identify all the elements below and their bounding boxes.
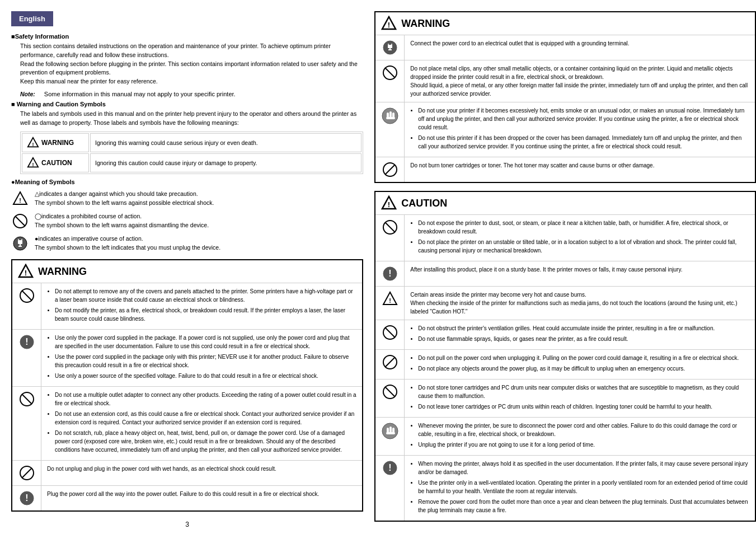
table-row: ! WARNING Ignoring this warning could ca…: [22, 133, 361, 152]
wc-title: ■ Warning and Caution Symbols: [11, 101, 363, 107]
list-item: Use the printer only in a well-ventilate…: [418, 479, 749, 495]
meaning-row-triangle: ! △indicates a danger against which you …: [11, 190, 363, 208]
warning-symbol-cell: ! WARNING: [22, 133, 89, 152]
svg-line-52: [385, 327, 395, 338]
left-warning-title: WARNING: [38, 266, 87, 278]
meaning-title: ●Meaning of Symbols: [11, 179, 363, 185]
rc-icon-4: [375, 320, 405, 349]
plug-icon: [382, 40, 398, 55]
rc-text-5: Do not pull on the power cord when unplu…: [405, 350, 755, 379]
right-warning-header: ! WARNING: [375, 12, 755, 35]
list-item: Do not use a multiple outlet adapter to …: [55, 391, 356, 407]
warning-desc: Ignoring this warning could cause seriou…: [90, 133, 361, 152]
right-caution-box: ! CAUTION Do not expose the printer to d…: [374, 191, 756, 522]
rc-icon-1: [375, 215, 405, 261]
rc-exclaim-icon: !: [382, 266, 398, 282]
meaning-circle-slash-text: ◯indicates a prohibited course of action…: [35, 212, 209, 230]
warning-row-3: Do not use a multiple outlet adapter to …: [12, 387, 362, 461]
list-item: Do not scratch, rub, place a heavy objec…: [55, 429, 356, 454]
right-warning-box: ! WARNING Connect the pow: [374, 11, 756, 183]
exclaim-filled-icon-2: !: [19, 490, 35, 506]
symbols-table: ! WARNING Ignoring this warning could ca…: [20, 132, 363, 174]
rc-row-8: ! When moving the printer, always hold i…: [375, 456, 755, 521]
svg-text:!: !: [388, 269, 391, 278]
language-header: English: [11, 11, 53, 26]
svg-text:!: !: [388, 200, 390, 209]
svg-text:!: !: [389, 297, 391, 304]
circle-slash-svg: [12, 213, 28, 229]
rw-icon-3: [375, 102, 405, 157]
rw-icon-1: [375, 35, 405, 60]
list-item: Unplug the printer if you are not going …: [418, 441, 749, 449]
circle-slash-icon: [19, 288, 35, 303]
rw-text-2: Do not place metal clips, any other smal…: [405, 60, 755, 102]
meaning-circle-line1: ◯indicates a prohibited course of action…: [35, 212, 209, 221]
list-item: Do not leave toner cartridges or PC drum…: [418, 402, 749, 411]
svg-line-7: [15, 216, 25, 226]
warning-text-3: Do not use a multiple outlet adapter to …: [41, 387, 362, 460]
left-warning-header: ! WARNING: [12, 260, 362, 283]
safety-title: ■Safety Information: [11, 33, 363, 40]
rc-row-6: Do not store toner cartridges and PC dru…: [375, 380, 755, 418]
rw-row-4: Do not burn toner cartridges or toner. T…: [375, 157, 755, 182]
right-warning-triangle-icon: !: [381, 16, 397, 31]
rc-text-7: Whenever moving the printer, be sure to …: [405, 418, 755, 455]
rc-triangle-icon: !: [382, 291, 398, 307]
rc-row-5: Do not pull on the power cord when unplu…: [375, 350, 755, 380]
warning-text-4: Do not unplug and plug in the power cord…: [41, 461, 362, 485]
rw-row-1: Connect the power cord to an electrical …: [375, 35, 755, 60]
note-text: Some information in this manual may not …: [44, 91, 236, 97]
left-warning-box: ! WARNING Do not attempt to remove any o…: [11, 259, 363, 512]
warning-text-1: Do not attempt to remove any of the cove…: [41, 283, 362, 329]
list-item: Do not place any objects around the powe…: [418, 364, 749, 373]
rc-exclaim-icon-2: !: [382, 460, 398, 476]
rc-icon-8: !: [375, 456, 405, 521]
table-row: ! CAUTION Ignoring this caution could ca…: [22, 153, 361, 172]
safety-paragraphs: This section contains detailed instructi…: [11, 42, 363, 86]
caution-triangle-icon: !: [27, 157, 39, 169]
language-label: English: [19, 15, 45, 23]
svg-line-42: [386, 165, 395, 174]
svg-text:!: !: [388, 21, 390, 29]
svg-line-46: [385, 222, 395, 232]
rc-row-7: Whenever moving the printer, be sure to …: [375, 418, 755, 456]
warning-icon-1: [12, 283, 41, 329]
meaning-circle-line2: The symbol shown to the left warns again…: [35, 221, 209, 230]
triangle-svg: !: [12, 190, 29, 207]
rw-text-4-content: Do not burn toner cartridges or toner. T…: [410, 162, 654, 168]
warning-icon-3: [12, 387, 41, 460]
filled-circle-svg: [12, 236, 28, 251]
warning-icon-2: !: [12, 330, 41, 386]
rc-text-2: After installing this product, place it …: [405, 261, 755, 286]
meaning-filled-circle-text: ●indicates an imperative course of actio…: [35, 235, 220, 252]
list-item: Remove the power cord from the outlet mo…: [418, 498, 749, 514]
list-item: Do not place the printer on an unstable …: [418, 238, 749, 255]
list-item: Do not obstruct the printer's ventilatio…: [418, 324, 749, 332]
svg-line-23: [22, 469, 31, 477]
no-wet-hands-icon: [19, 465, 35, 481]
rc-icon-6: [375, 380, 405, 417]
rc-no-dust-icon: [382, 219, 398, 235]
svg-text:!: !: [32, 142, 34, 147]
rc-icon-5: [375, 350, 405, 379]
rc-text-8: When moving the printer, always hold it …: [405, 456, 755, 521]
svg-text:!: !: [19, 197, 21, 204]
svg-line-35: [385, 68, 395, 78]
rw-text-2-content: Do not place metal clips, any other smal…: [410, 65, 748, 97]
warning-caution-section: ■ Warning and Caution Symbols The labels…: [11, 101, 363, 175]
rw-text-1: Connect the power cord to an electrical …: [405, 35, 755, 60]
page-number: 3: [11, 521, 363, 528]
rc-no-toner-icon: [382, 384, 398, 400]
rc-row-3: ! Certain areas inside the printer may b…: [375, 287, 755, 320]
safety-para-3: Keep this manual near the printer for ea…: [20, 77, 363, 86]
safety-note: Note: Some information in this manual ma…: [20, 91, 363, 97]
right-warning-title: WARNING: [401, 18, 450, 30]
warning-row-2: ! Use only the power cord supplied in th…: [12, 330, 362, 387]
warning-text-2: Use only the power cord supplied in the …: [41, 330, 362, 386]
list-item: Use the power cord supplied in the packa…: [55, 353, 356, 369]
no-burn-icon: [382, 162, 398, 177]
svg-rect-40: [386, 117, 395, 119]
meaning-filled-line1: ●indicates an imperative course of actio…: [35, 235, 220, 243]
rc-text-3: Certain areas inside the printer may bec…: [405, 287, 755, 320]
svg-text:!: !: [25, 493, 28, 503]
